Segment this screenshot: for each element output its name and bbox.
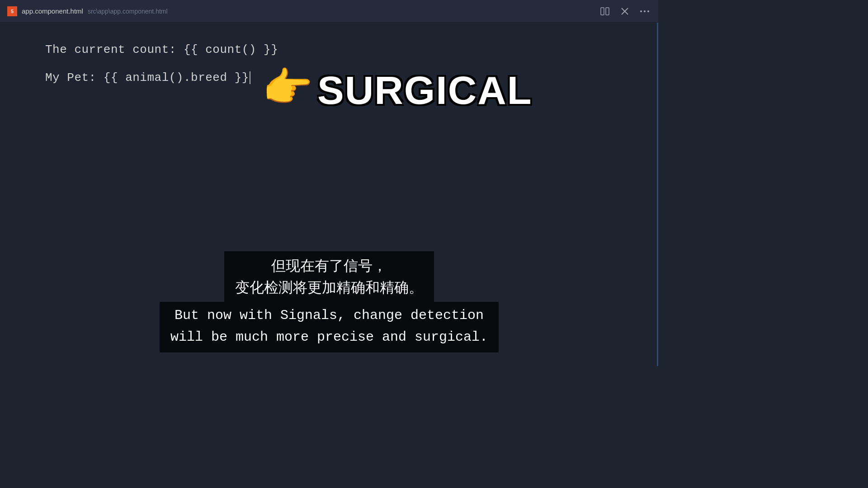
html-file-icon: 5 [7, 6, 17, 16]
subtitle-area: 但现在有了信号， 变化检测将更加精确和精确。 But now with Sign… [0, 251, 658, 352]
surgical-label: SURGICAL [317, 70, 533, 110]
text-cursor [250, 71, 250, 84]
code-line-2-text: My Pet: {{ animal().breed }} [45, 71, 249, 84]
subtitle-english-line2: will be much more precise and surgical. [170, 329, 488, 345]
top-bar-right [599, 5, 651, 17]
top-bar-left: 5 app.component.html src\app\app.compone… [7, 6, 168, 16]
subtitle-english-line1: But now with Signals, change detection [175, 308, 484, 323]
code-line-1: The current count: {{ count() }} [45, 41, 613, 60]
split-editor-button[interactable] [599, 5, 611, 17]
svg-point-6 [647, 10, 649, 12]
top-bar: 5 app.component.html src\app\app.compone… [0, 0, 658, 23]
subtitle-english: But now with Signals, change detection w… [160, 302, 499, 352]
pointer-icon: 👉 [262, 70, 313, 111]
close-button[interactable] [619, 6, 630, 17]
svg-rect-1 [606, 8, 609, 15]
filepath: src\app\app.component.html [88, 8, 168, 15]
svg-rect-0 [601, 8, 604, 15]
subtitle-chinese-line2: 变化检测将更加精确和精确。 [235, 279, 423, 296]
overlay-container: 👉 SURGICAL [262, 70, 533, 111]
svg-point-4 [640, 10, 642, 12]
filename: app.component.html [22, 7, 83, 15]
code-line-1-text: The current count: {{ count() }} [45, 43, 278, 56]
more-options-button[interactable] [638, 8, 651, 14]
subtitle-chinese-line1: 但现在有了信号， [271, 258, 387, 274]
subtitle-chinese: 但现在有了信号， 变化检测将更加精确和精确。 [224, 251, 434, 302]
svg-point-5 [644, 10, 646, 12]
